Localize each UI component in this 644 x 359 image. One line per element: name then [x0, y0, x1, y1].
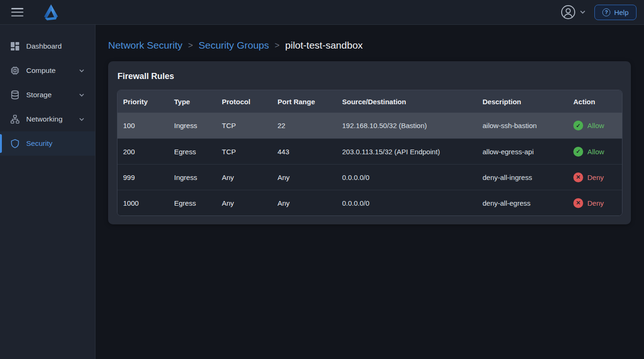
table-header-row: Priority Type Protocol Port Range Source…	[117, 90, 622, 113]
cell-port-range: 443	[272, 148, 337, 156]
allow-check-icon: ✓	[573, 121, 583, 130]
breadcrumb-current-page: pilot-test-sandbox	[285, 40, 363, 51]
topbar: ? Help	[0, 0, 644, 25]
avatar-icon	[561, 5, 576, 20]
table-row[interactable]: 100 Ingress TCP 22 192.168.10.50/32 (Bas…	[117, 113, 622, 138]
chevron-down-icon	[79, 68, 85, 74]
sidebar-item-security[interactable]: Security	[0, 131, 95, 156]
chevron-down-icon	[79, 116, 85, 122]
cell-priority: 999	[117, 173, 168, 181]
cell-port-range: 22	[272, 122, 337, 129]
cell-protocol: Any	[216, 173, 272, 181]
cell-source-destination: 0.0.0.0/0	[337, 199, 477, 207]
cell-type: Ingress	[168, 122, 216, 129]
network-icon	[10, 115, 20, 124]
cell-source-destination: 0.0.0.0/0	[337, 173, 477, 181]
sidebar-item-label: Storage	[26, 91, 79, 99]
breadcrumb-separator: >	[188, 41, 193, 50]
cell-protocol: TCP	[216, 148, 272, 156]
chevron-down-icon	[579, 9, 586, 15]
cell-port-range: Any	[272, 173, 337, 181]
sidebar-item-label: Networking	[26, 115, 79, 123]
shield-icon	[10, 139, 20, 148]
breadcrumb-link-security-groups[interactable]: Security Groups	[198, 40, 269, 51]
table-row[interactable]: 200 Egress TCP 443 203.0.113.15/32 (API …	[117, 138, 622, 164]
firewall-rules-table: Priority Type Protocol Port Range Source…	[117, 90, 622, 216]
column-header-type: Type	[168, 98, 216, 106]
cell-type: Egress	[168, 199, 216, 207]
cell-description: deny-all-ingress	[477, 173, 568, 181]
app-logo	[41, 3, 61, 22]
cell-priority: 100	[117, 122, 168, 129]
database-icon	[10, 90, 20, 100]
user-menu[interactable]	[561, 5, 586, 20]
allow-check-icon: ✓	[573, 147, 583, 157]
cell-type: Egress	[168, 148, 216, 156]
card-title: Firewall Rules	[117, 70, 622, 90]
cell-port-range: Any	[272, 199, 337, 207]
main-content: Network Security > Security Groups > pil…	[96, 25, 644, 359]
table-row[interactable]: 1000 Egress Any Any 0.0.0.0/0 deny-all-e…	[117, 190, 622, 215]
cell-type: Ingress	[168, 173, 216, 181]
column-header-priority: Priority	[117, 98, 168, 106]
column-header-protocol: Protocol	[216, 98, 272, 106]
cell-source-destination: 192.168.10.50/32 (Bastion)	[337, 122, 477, 129]
sidebar-item-networking[interactable]: Networking	[0, 107, 95, 131]
help-button-label: Help	[614, 8, 629, 16]
breadcrumb-link-network-security[interactable]: Network Security	[108, 40, 183, 51]
question-mark-icon: ?	[602, 8, 610, 16]
sidebar-item-label: Dashboard	[26, 42, 88, 50]
cell-description: deny-all-egress	[477, 199, 568, 207]
help-button[interactable]: ? Help	[594, 5, 637, 20]
action-label: Allow	[587, 122, 604, 129]
chevron-down-icon	[79, 92, 85, 98]
action-label: Deny	[587, 199, 604, 207]
deny-x-icon: ✕	[573, 172, 583, 182]
dashboard-grid-icon	[10, 42, 20, 51]
sidebar-item-storage[interactable]: Storage	[0, 83, 95, 107]
cell-priority: 1000	[117, 199, 168, 207]
sidebar-item-compute[interactable]: Compute	[0, 58, 95, 83]
column-header-source-destination: Source/Destination	[337, 98, 477, 106]
breadcrumb: Network Security > Security Groups > pil…	[96, 25, 644, 51]
column-header-port-range: Port Range	[272, 98, 337, 106]
sidebar: Dashboard Compute Storage	[0, 25, 95, 359]
cell-source-destination: 203.0.113.15/32 (API Endpoint)	[337, 148, 477, 156]
deny-x-icon: ✕	[573, 198, 583, 208]
cell-action: ✕ Deny	[568, 172, 622, 182]
cell-protocol: Any	[216, 199, 272, 207]
cell-priority: 200	[117, 148, 168, 156]
column-header-action: Action	[568, 98, 622, 106]
hamburger-menu-icon[interactable]	[10, 7, 24, 18]
firewall-rules-card: Firewall Rules Priority Type Protocol Po…	[108, 61, 631, 224]
action-label: Allow	[587, 148, 604, 156]
table-row[interactable]: 999 Ingress Any Any 0.0.0.0/0 deny-all-i…	[117, 164, 622, 190]
cell-protocol: TCP	[216, 122, 272, 129]
cell-description: allow-egress-api	[477, 148, 568, 156]
sidebar-item-label: Compute	[26, 66, 79, 75]
cell-description: ailow-ssh-bastion	[477, 122, 568, 129]
column-header-description: Description	[477, 98, 568, 106]
cell-action: ✓ Allow	[568, 121, 622, 130]
cell-action: ✕ Deny	[568, 198, 622, 208]
cpu-icon	[10, 66, 20, 75]
breadcrumb-separator: >	[275, 41, 280, 50]
cell-action: ✓ Allow	[568, 147, 622, 157]
action-label: Deny	[587, 173, 604, 181]
sidebar-item-dashboard[interactable]: Dashboard	[0, 34, 95, 58]
sidebar-item-label: Security	[26, 139, 88, 148]
